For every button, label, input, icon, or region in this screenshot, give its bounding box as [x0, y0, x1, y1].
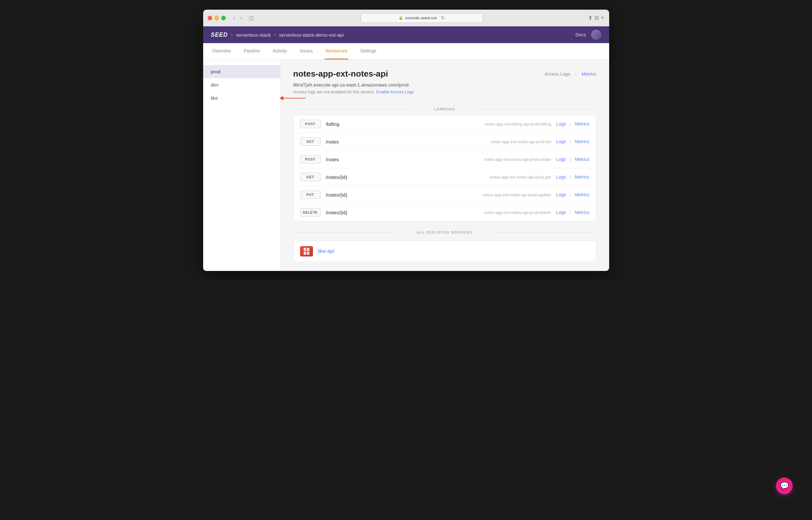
lock-icon: 🔒 — [399, 16, 403, 20]
metrics-button[interactable]: Metrics — [582, 72, 596, 77]
content-area: notes-app-ext-notes-api 8itrsl7jxh.execu… — [280, 60, 609, 271]
lambda-row: POST /notes notes-app-ext-notes-api-prod… — [294, 151, 596, 168]
metrics-link-notes-post[interactable]: Metrics — [575, 157, 589, 162]
breadcrumb-app[interactable]: serverless-stack-demo-ext-api — [279, 32, 344, 37]
breadcrumb-serverless-stack[interactable]: serverless-stack — [236, 32, 271, 37]
service-url: 8itrsl7jxh.execute-api.us-east-1.amazona… — [293, 82, 545, 87]
lambda-actions-notes-id-put: Logs | Metrics — [556, 192, 589, 197]
service-header-actions: Access Logs | Metrics — [544, 69, 596, 77]
main-content: prod dev like notes-app-ext-no — [203, 60, 609, 271]
avatar-image — [591, 30, 602, 40]
lambda-name-notes-list: notes-app-ext-notes-api-prod-list — [404, 139, 551, 144]
nav-buttons: ‹ › — [231, 15, 244, 22]
app-header-left: SEED › serverless-stack › serverless-sta… — [211, 31, 344, 38]
back-button[interactable]: ‹ — [231, 15, 237, 22]
close-button[interactable] — [208, 16, 212, 20]
metrics-link-notes-get[interactable]: Metrics — [575, 139, 589, 144]
service-icon-graphic — [303, 247, 310, 256]
deployed-services-header: ALL DEPLOYED SERVICES — [293, 230, 596, 234]
service-header-row: notes-app-ext-notes-api 8itrsl7jxh.execu… — [293, 69, 596, 101]
seed-logo[interactable]: SEED — [211, 31, 228, 38]
lambda-row: DELETE /notes/{id} notes-app-ext-notes-a… — [294, 204, 596, 221]
sidebar-toggle-button[interactable]: ◫ — [247, 14, 256, 22]
sidebar-item-dev[interactable]: dev — [203, 78, 280, 92]
lambda-path-notes-id-get: /notes/{id} — [326, 175, 399, 180]
tab-overview[interactable]: Overview — [211, 43, 232, 59]
tab-resources[interactable]: Resources — [325, 43, 349, 59]
url-input[interactable]: 🔒 console.seed.run ↻ — [361, 13, 483, 23]
avatar[interactable] — [591, 30, 602, 40]
lambda-name-notes-update: notes-app-ext-notes-api-prod-update — [404, 192, 551, 197]
lambda-actions-notes-id-delete: Logs | Metrics — [556, 210, 589, 215]
access-logs-button[interactable]: Access Logs — [544, 72, 570, 77]
method-badge-get-notes: GET — [300, 137, 321, 146]
metrics-link-notes-id-get[interactable]: Metrics — [575, 175, 589, 180]
sidebar-item-like[interactable]: like — [203, 92, 280, 105]
method-badge-post-notes: POST — [300, 155, 321, 163]
red-arrow-annotation — [280, 96, 306, 100]
lambda-row: GET /notes notes-app-ext-notes-api-prod-… — [294, 133, 596, 151]
browser-window: ‹ › ◫ 🔒 console.seed.run ↻ ⬆ ⧉ + SEED › … — [203, 10, 609, 271]
lambda-actions-notes-get: Logs | Metrics — [556, 139, 589, 144]
access-logs-notice: Access logs are not enabled for this ser… — [293, 89, 545, 94]
method-badge-put-notes-id: PUT — [300, 190, 321, 199]
minimize-button[interactable] — [214, 16, 219, 20]
logs-link-notes-post[interactable]: Logs — [556, 157, 566, 162]
lambda-name-billing: notes-app-ext-billing-api-prod-billing — [404, 122, 551, 127]
arrow-head-icon — [279, 96, 283, 100]
lambda-row: PUT /notes/{id} notes-app-ext-notes-api-… — [294, 186, 596, 204]
refresh-button[interactable]: ↻ — [441, 15, 445, 21]
new-tab-button[interactable]: + — [601, 14, 605, 22]
lambda-path-notes-id-delete: /notes/{id} — [326, 210, 399, 215]
logs-link-billing[interactable]: Logs — [556, 121, 566, 127]
lambda-path-notes-id-put: /notes/{id} — [326, 192, 399, 198]
lambda-path-billing: /billing — [326, 121, 399, 127]
nav-tabs: Overview Pipeline Activity Issues Resour… — [203, 43, 609, 60]
url-text: console.seed.run — [405, 16, 437, 20]
service-card-like-api[interactable]: like-api — [293, 241, 596, 262]
share-button[interactable]: ⬆ — [588, 15, 593, 22]
sidebar: prod dev like — [203, 60, 280, 271]
lambda-actions-notes-id-get: Logs | Metrics — [556, 175, 589, 180]
lambdas-section-header: LAMBDAS — [293, 107, 596, 111]
method-badge-delete-notes-id: DELETE — [300, 208, 321, 216]
breadcrumb-separator-2: › — [274, 32, 276, 37]
docs-link[interactable]: Docs — [576, 32, 586, 37]
forward-button[interactable]: › — [238, 15, 244, 22]
tab-settings[interactable]: Settings — [359, 43, 378, 59]
logs-link-notes-get[interactable]: Logs — [556, 139, 566, 144]
arrow-line — [283, 98, 306, 99]
app-header: SEED › serverless-stack › serverless-sta… — [203, 26, 609, 43]
tab-issues[interactable]: Issues — [299, 43, 314, 59]
logs-link-notes-id-put[interactable]: Logs — [556, 192, 566, 197]
sidebar-item-prod[interactable]: prod — [203, 65, 280, 78]
maximize-button[interactable] — [221, 16, 226, 20]
tab-activity[interactable]: Activity — [272, 43, 288, 59]
enable-access-logs-link[interactable]: Enable Access Logs — [376, 89, 414, 94]
sidebar-item-like-container: like — [203, 92, 280, 105]
method-badge-post-billing: POST — [300, 120, 321, 128]
method-badge-get-notes-id: GET — [300, 173, 321, 181]
logs-link-notes-id-get[interactable]: Logs — [556, 175, 566, 180]
lambda-name-notes-get: notes-app-ext-notes-api-prod-get — [404, 175, 551, 180]
tab-overview-button[interactable]: ⧉ — [595, 15, 599, 21]
lambda-actions-billing: Logs | Metrics — [556, 121, 589, 127]
lambda-row: POST /billing notes-app-ext-billing-api-… — [294, 115, 596, 133]
lambdas-table: POST /billing notes-app-ext-billing-api-… — [293, 115, 596, 222]
lambda-row: GET /notes/{id} notes-app-ext-notes-api-… — [294, 168, 596, 186]
address-bar: 🔒 console.seed.run ↻ — [259, 13, 585, 23]
service-card-icon — [300, 246, 313, 257]
lambda-name-notes-create: notes-app-ext-notes-api-prod-create — [404, 157, 551, 162]
logs-link-notes-id-delete[interactable]: Logs — [556, 210, 566, 215]
lambda-path-notes-post: /notes — [326, 157, 399, 162]
lambda-actions-notes-post: Logs | Metrics — [556, 157, 589, 162]
service-card-name[interactable]: like-api — [318, 249, 334, 254]
service-title: notes-app-ext-notes-api — [293, 69, 545, 79]
metrics-link-notes-id-delete[interactable]: Metrics — [575, 210, 589, 215]
tab-pipeline[interactable]: Pipeline — [243, 43, 261, 59]
lambda-name-notes-delete: notes-app-ext-notes-api-prod-delete — [404, 210, 551, 215]
metrics-link-billing[interactable]: Metrics — [575, 121, 589, 127]
browser-titlebar: ‹ › ◫ 🔒 console.seed.run ↻ ⬆ ⧉ + — [203, 10, 609, 26]
browser-actions: ⬆ ⧉ + — [588, 14, 605, 22]
metrics-link-notes-id-put[interactable]: Metrics — [575, 192, 589, 197]
